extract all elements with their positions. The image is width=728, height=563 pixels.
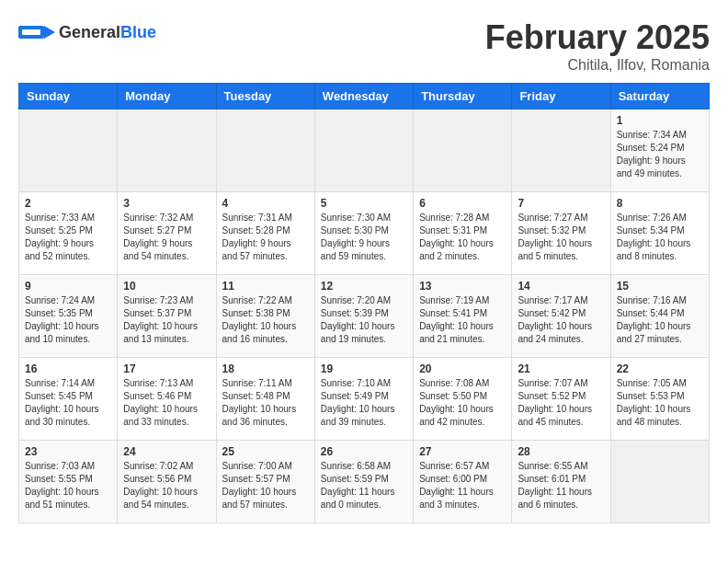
calendar-cell — [19, 109, 118, 192]
calendar-cell — [512, 109, 610, 192]
day-number: 27 — [419, 445, 506, 458]
day-info: Sunrise: 7:33 AM Sunset: 5:25 PM Dayligh… — [25, 212, 111, 263]
day-info: Sunrise: 7:24 AM Sunset: 5:35 PM Dayligh… — [25, 294, 111, 346]
day-number: 4 — [222, 197, 309, 210]
svg-marker-1 — [44, 26, 55, 39]
calendar-cell — [314, 109, 413, 192]
logo: GeneralBlue — [18, 18, 156, 46]
day-number: 16 — [25, 362, 111, 375]
day-info: Sunrise: 7:30 AM Sunset: 5:30 PM Dayligh… — [321, 212, 407, 263]
day-number: 25 — [222, 445, 309, 458]
day-number: 11 — [222, 280, 309, 293]
day-info: Sunrise: 7:34 AM Sunset: 5:24 PM Dayligh… — [617, 129, 703, 180]
day-info: Sunrise: 7:31 AM Sunset: 5:28 PM Dayligh… — [222, 212, 309, 263]
day-number: 8 — [617, 197, 703, 210]
day-info: Sunrise: 7:08 AM Sunset: 5:50 PM Dayligh… — [419, 377, 506, 429]
title-block: February 2025 Chitila, Ilfov, Romania — [485, 18, 710, 74]
header-monday: Monday — [118, 84, 216, 109]
calendar-cell: 3Sunrise: 7:32 AM Sunset: 5:27 PM Daylig… — [118, 192, 216, 275]
day-number: 18 — [222, 362, 309, 375]
calendar-cell: 12Sunrise: 7:20 AM Sunset: 5:39 PM Dayli… — [314, 275, 413, 358]
week-row-2: 9Sunrise: 7:24 AM Sunset: 5:35 PM Daylig… — [19, 275, 710, 358]
day-info: Sunrise: 6:57 AM Sunset: 6:00 PM Dayligh… — [419, 460, 506, 511]
page-header: GeneralBlue February 2025 Chitila, Ilfov… — [18, 18, 710, 74]
day-number: 2 — [25, 197, 111, 210]
header-friday: Friday — [512, 84, 610, 109]
calendar-cell: 15Sunrise: 7:16 AM Sunset: 5:44 PM Dayli… — [610, 275, 709, 358]
day-info: Sunrise: 7:26 AM Sunset: 5:34 PM Dayligh… — [617, 212, 703, 263]
day-number: 9 — [25, 280, 111, 293]
calendar-table: SundayMondayTuesdayWednesdayThursdayFrid… — [18, 83, 710, 523]
day-number: 21 — [518, 362, 604, 375]
calendar-cell: 8Sunrise: 7:26 AM Sunset: 5:34 PM Daylig… — [610, 192, 709, 275]
week-row-3: 16Sunrise: 7:14 AM Sunset: 5:45 PM Dayli… — [19, 358, 710, 441]
header-tuesday: Tuesday — [216, 84, 314, 109]
svg-rect-2 — [22, 29, 40, 35]
day-info: Sunrise: 7:02 AM Sunset: 5:56 PM Dayligh… — [123, 460, 210, 511]
day-number: 1 — [617, 114, 703, 127]
calendar-cell: 13Sunrise: 7:19 AM Sunset: 5:41 PM Dayli… — [414, 275, 512, 358]
day-number: 24 — [123, 445, 210, 458]
day-number: 19 — [321, 362, 407, 375]
logo-general: General — [59, 23, 120, 41]
calendar-cell: 28Sunrise: 6:55 AM Sunset: 6:01 PM Dayli… — [512, 441, 610, 523]
calendar-cell: 19Sunrise: 7:10 AM Sunset: 5:49 PM Dayli… — [314, 358, 413, 441]
calendar-cell: 18Sunrise: 7:11 AM Sunset: 5:48 PM Dayli… — [216, 358, 314, 441]
day-number: 20 — [419, 362, 506, 375]
day-number: 15 — [617, 280, 703, 293]
calendar-cell: 20Sunrise: 7:08 AM Sunset: 5:50 PM Dayli… — [414, 358, 512, 441]
calendar-cell — [118, 109, 216, 192]
day-number: 14 — [518, 280, 604, 293]
day-info: Sunrise: 6:58 AM Sunset: 5:59 PM Dayligh… — [321, 460, 407, 511]
day-info: Sunrise: 7:19 AM Sunset: 5:41 PM Dayligh… — [419, 294, 506, 346]
calendar-cell — [610, 441, 709, 523]
calendar-cell: 23Sunrise: 7:03 AM Sunset: 5:55 PM Dayli… — [19, 441, 118, 523]
logo-blue: Blue — [120, 23, 156, 41]
calendar-cell — [216, 109, 314, 192]
day-info: Sunrise: 7:03 AM Sunset: 5:55 PM Dayligh… — [25, 460, 111, 511]
calendar-cell: 16Sunrise: 7:14 AM Sunset: 5:45 PM Dayli… — [19, 358, 118, 441]
day-number: 28 — [518, 445, 604, 458]
calendar-header-row: SundayMondayTuesdayWednesdayThursdayFrid… — [19, 84, 710, 109]
week-row-4: 23Sunrise: 7:03 AM Sunset: 5:55 PM Dayli… — [19, 441, 710, 523]
calendar-cell: 10Sunrise: 7:23 AM Sunset: 5:37 PM Dayli… — [118, 275, 216, 358]
day-info: Sunrise: 7:05 AM Sunset: 5:53 PM Dayligh… — [617, 377, 703, 429]
header-saturday: Saturday — [610, 84, 709, 109]
calendar-cell — [414, 109, 512, 192]
header-thursday: Thursday — [414, 84, 512, 109]
calendar-cell: 1Sunrise: 7:34 AM Sunset: 5:24 PM Daylig… — [610, 109, 709, 192]
day-number: 17 — [123, 362, 210, 375]
day-info: Sunrise: 7:13 AM Sunset: 5:46 PM Dayligh… — [123, 377, 210, 429]
day-info: Sunrise: 6:55 AM Sunset: 6:01 PM Dayligh… — [518, 460, 604, 511]
calendar-cell: 24Sunrise: 7:02 AM Sunset: 5:56 PM Dayli… — [118, 441, 216, 523]
day-info: Sunrise: 7:10 AM Sunset: 5:49 PM Dayligh… — [321, 377, 407, 429]
day-number: 7 — [518, 197, 604, 210]
day-number: 22 — [617, 362, 703, 375]
calendar-cell: 11Sunrise: 7:22 AM Sunset: 5:38 PM Dayli… — [216, 275, 314, 358]
calendar-cell: 9Sunrise: 7:24 AM Sunset: 5:35 PM Daylig… — [19, 275, 118, 358]
week-row-1: 2Sunrise: 7:33 AM Sunset: 5:25 PM Daylig… — [19, 192, 710, 275]
day-number: 6 — [419, 197, 506, 210]
header-sunday: Sunday — [19, 84, 118, 109]
day-info: Sunrise: 7:07 AM Sunset: 5:52 PM Dayligh… — [518, 377, 604, 429]
calendar-cell: 26Sunrise: 6:58 AM Sunset: 5:59 PM Dayli… — [314, 441, 413, 523]
day-info: Sunrise: 7:11 AM Sunset: 5:48 PM Dayligh… — [222, 377, 309, 429]
calendar-cell: 2Sunrise: 7:33 AM Sunset: 5:25 PM Daylig… — [19, 192, 118, 275]
day-number: 3 — [123, 197, 210, 210]
day-info: Sunrise: 7:20 AM Sunset: 5:39 PM Dayligh… — [321, 294, 407, 346]
calendar-cell: 25Sunrise: 7:00 AM Sunset: 5:57 PM Dayli… — [216, 441, 314, 523]
day-info: Sunrise: 7:16 AM Sunset: 5:44 PM Dayligh… — [617, 294, 703, 346]
calendar-cell: 17Sunrise: 7:13 AM Sunset: 5:46 PM Dayli… — [118, 358, 216, 441]
day-info: Sunrise: 7:23 AM Sunset: 5:37 PM Dayligh… — [123, 294, 210, 346]
calendar-cell: 27Sunrise: 6:57 AM Sunset: 6:00 PM Dayli… — [414, 441, 512, 523]
day-number: 26 — [321, 445, 407, 458]
calendar-title: February 2025 — [485, 18, 710, 57]
calendar-cell: 21Sunrise: 7:07 AM Sunset: 5:52 PM Dayli… — [512, 358, 610, 441]
calendar-subtitle: Chitila, Ilfov, Romania — [485, 57, 710, 74]
day-info: Sunrise: 7:22 AM Sunset: 5:38 PM Dayligh… — [222, 294, 309, 346]
calendar-cell: 5Sunrise: 7:30 AM Sunset: 5:30 PM Daylig… — [314, 192, 413, 275]
day-info: Sunrise: 7:14 AM Sunset: 5:45 PM Dayligh… — [25, 377, 111, 429]
day-info: Sunrise: 7:27 AM Sunset: 5:32 PM Dayligh… — [518, 212, 604, 263]
calendar-cell: 22Sunrise: 7:05 AM Sunset: 5:53 PM Dayli… — [610, 358, 709, 441]
day-number: 23 — [25, 445, 111, 458]
